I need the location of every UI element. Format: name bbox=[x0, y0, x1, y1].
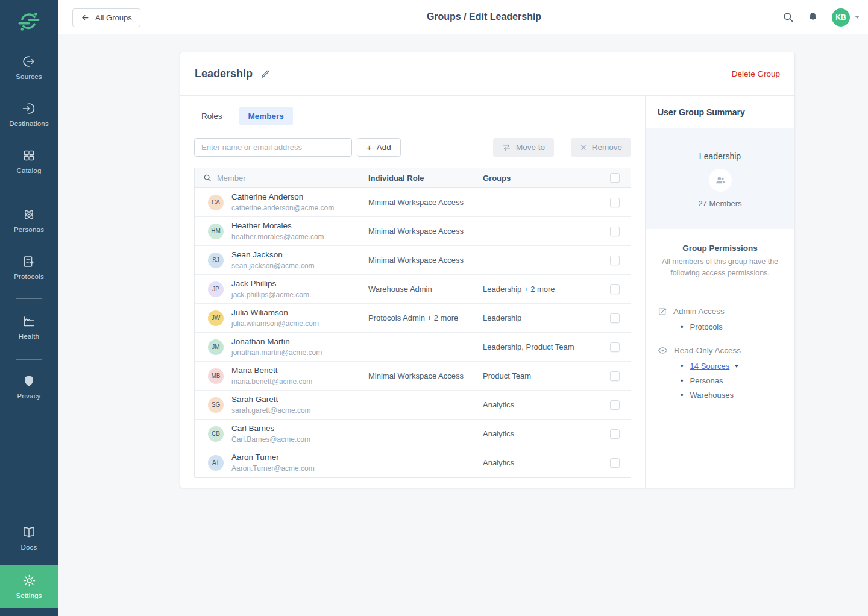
row-checkbox[interactable] bbox=[610, 198, 620, 207]
row-checkbox[interactable] bbox=[610, 256, 620, 265]
readonly-access-item: • 14 Sources bbox=[681, 362, 794, 371]
member-email: jack.phillips@acme.com bbox=[231, 290, 309, 300]
avatar[interactable]: KB bbox=[832, 8, 850, 27]
member-filter[interactable]: Member bbox=[195, 174, 368, 183]
notifications-bell-icon[interactable] bbox=[807, 11, 819, 23]
gear-icon bbox=[22, 574, 36, 588]
sidebar-item-label: Catalog bbox=[0, 167, 58, 174]
members-panel: Roles Members + Add Move to ✕ bbox=[180, 96, 645, 488]
row-checkbox[interactable] bbox=[610, 400, 620, 410]
chevron-down-icon[interactable] bbox=[734, 365, 739, 368]
member-cell: SJ Sean Jackson sean.jackson@acme.com bbox=[195, 250, 368, 270]
edit-box-icon bbox=[658, 307, 667, 316]
eye-icon bbox=[658, 345, 668, 356]
sidebar-item-protocols[interactable]: Protocols bbox=[0, 254, 58, 280]
member-role: Warehouse Admin bbox=[368, 284, 483, 294]
tab-roles[interactable]: Roles bbox=[194, 107, 230, 125]
member-cell: AT Aaron Turner Aaron.Turner@acme.com bbox=[195, 452, 368, 473]
sidebar-item-label: Destinations bbox=[0, 120, 58, 127]
add-button[interactable]: + Add bbox=[357, 138, 401, 157]
row-checkbox[interactable] bbox=[610, 371, 620, 381]
member-email: heather.morales@acme.com bbox=[231, 232, 324, 242]
edit-group-card: Leadership Delete Group Roles Members + … bbox=[180, 52, 795, 488]
member-groups: Leadership bbox=[483, 313, 598, 322]
tabs: Roles Members bbox=[194, 107, 631, 125]
member-avatar: CA bbox=[208, 195, 224, 210]
row-checkbox[interactable] bbox=[610, 313, 620, 323]
member-groups: Analytics bbox=[483, 429, 598, 438]
member-role: Minimal Workspace Access bbox=[368, 198, 483, 207]
move-to-button[interactable]: Move to bbox=[493, 138, 554, 157]
sidebar-item-label: Privacy bbox=[0, 392, 58, 400]
sidebar-item-label: Health bbox=[0, 333, 58, 340]
member-avatar: SJ bbox=[208, 253, 224, 268]
sidebar-item-docs[interactable]: Docs bbox=[0, 525, 58, 551]
groups-column-header: Groups bbox=[483, 174, 598, 183]
summary-group-name: Leadership bbox=[646, 151, 794, 161]
member-email: sean.jackson@acme.com bbox=[231, 261, 315, 271]
row-checkbox[interactable] bbox=[610, 227, 620, 236]
member-avatar: CB bbox=[208, 426, 224, 442]
remove-button[interactable]: ✕ Remove bbox=[571, 138, 631, 157]
permissions-title: Group Permissions bbox=[646, 244, 794, 253]
member-name: Carl Barnes bbox=[231, 423, 310, 434]
select-all-checkbox[interactable] bbox=[610, 173, 620, 183]
member-cell: SG Sarah Garett sarah.garett@acme.com bbox=[195, 394, 368, 415]
member-name: Sarah Garett bbox=[231, 394, 311, 405]
group-name-title: Leadership bbox=[195, 68, 253, 80]
user-menu[interactable]: KB bbox=[832, 8, 860, 27]
member-email: catherine.anderson@acme.com bbox=[231, 203, 334, 213]
delete-group-button[interactable]: Delete Group bbox=[732, 69, 780, 78]
row-checkbox[interactable] bbox=[610, 284, 620, 294]
member-cell: CB Carl Barnes Carl.Barnes@acme.com bbox=[195, 423, 368, 444]
segment-logo-icon[interactable] bbox=[17, 10, 40, 33]
sidebar-item-label: Docs bbox=[0, 544, 58, 551]
admin-item-label: Protocols bbox=[690, 322, 723, 332]
sidebar-item-privacy[interactable]: Privacy bbox=[0, 374, 58, 400]
member-name: Aaron Turner bbox=[231, 452, 315, 463]
sidebar-item-settings[interactable]: Settings bbox=[0, 565, 58, 608]
member-cell: JW Julia Wiliamson julia.wiliamson@acme.… bbox=[195, 307, 368, 328]
sidebar-item-health[interactable]: Health bbox=[0, 314, 58, 340]
row-checkbox[interactable] bbox=[610, 458, 620, 468]
member-name: Heather Morales bbox=[231, 221, 324, 231]
sidebar-item-destinations[interactable]: Destinations bbox=[0, 101, 58, 127]
member-row: MB Maria Benett maria.benett@acme.com Mi… bbox=[195, 362, 631, 391]
sidebar-item-personas[interactable]: Personas bbox=[0, 207, 58, 233]
member-avatar: AT bbox=[208, 455, 224, 471]
sources-count-link[interactable]: 14 Sources bbox=[690, 362, 730, 371]
group-permissions: Group Permissions All members of this gr… bbox=[646, 229, 794, 400]
sidebar-item-label: Settings bbox=[0, 592, 58, 599]
member-row: AT Aaron Turner Aaron.Turner@acme.com An… bbox=[195, 448, 631, 477]
member-avatar: HM bbox=[208, 224, 224, 239]
member-email: Aaron.Turner@acme.com bbox=[231, 464, 315, 473]
health-icon bbox=[22, 314, 36, 328]
add-member-input[interactable] bbox=[194, 138, 352, 157]
member-cell: HM Heather Morales heather.morales@acme.… bbox=[195, 221, 368, 241]
member-groups: Analytics bbox=[483, 400, 598, 409]
admin-access-group: Admin Access • Protocols bbox=[658, 307, 794, 332]
people-icon bbox=[714, 174, 726, 186]
top-bar: All Groups Groups / Edit Leadership KB bbox=[58, 0, 868, 34]
search-icon[interactable] bbox=[782, 11, 794, 23]
add-button-label: Add bbox=[377, 143, 391, 152]
member-cell: CA Catherine Anderson catherine.anderson… bbox=[195, 192, 368, 212]
sidebar-divider bbox=[16, 298, 42, 299]
sidebar: Sources Destinations Catalog Personas Pr… bbox=[0, 0, 58, 616]
sidebar-item-sources[interactable]: Sources bbox=[0, 54, 58, 80]
member-avatar: SG bbox=[208, 397, 224, 413]
x-icon: ✕ bbox=[580, 143, 587, 152]
edit-pencil-icon[interactable] bbox=[260, 69, 270, 79]
member-role: Minimal Workspace Access bbox=[368, 256, 483, 265]
readonly-item-label: Personas bbox=[690, 376, 723, 385]
member-role: Protocols Admin + 2 more bbox=[368, 313, 483, 322]
row-checkbox[interactable] bbox=[610, 429, 620, 439]
admin-access-label: Admin Access bbox=[673, 307, 725, 316]
privacy-icon bbox=[22, 374, 36, 388]
sidebar-item-catalog[interactable]: Catalog bbox=[0, 148, 58, 174]
tab-members[interactable]: Members bbox=[239, 107, 293, 125]
catalog-icon bbox=[22, 148, 36, 163]
member-cell: MB Maria Benett maria.benett@acme.com bbox=[195, 365, 368, 386]
row-checkbox[interactable] bbox=[610, 342, 620, 352]
chevron-down-icon bbox=[855, 16, 860, 19]
